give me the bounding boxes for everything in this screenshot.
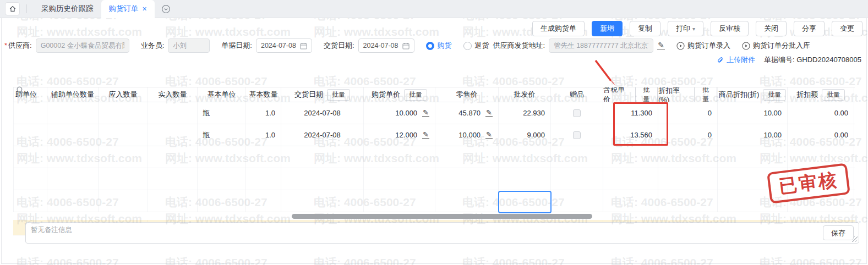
salesman-input[interactable] [168, 38, 210, 53]
table-cell[interactable] [99, 102, 148, 124]
items-table: 助单位辅助单位数量应入数量实入数量基本单位基本数量交货日期批量购货单价批量零售价… [13, 87, 855, 235]
save-button[interactable]: 保存 [823, 225, 854, 240]
focused-cell-outline[interactable] [498, 191, 552, 213]
table-cell[interactable]: 10.000✎ [364, 102, 435, 124]
edit-pencil-icon[interactable]: ✎ [422, 131, 429, 139]
change-button[interactable]: 变更 [832, 21, 862, 36]
table-cell[interactable]: 瓶 [198, 102, 246, 124]
batch-button[interactable]: 批量 [822, 89, 845, 101]
table-cell[interactable]: 0 [658, 102, 718, 124]
scrollbar-thumb[interactable] [292, 214, 592, 219]
table-cell [198, 146, 246, 168]
column-header: 折扣额批量 [788, 87, 854, 102]
close-button[interactable]: 关闭 [756, 21, 787, 36]
table-cell[interactable] [551, 124, 603, 146]
table-cell [281, 146, 364, 168]
table-cell [198, 168, 246, 190]
copy-button[interactable]: 复制 [630, 21, 660, 36]
ship-address-input[interactable] [549, 38, 653, 53]
gift-checkbox[interactable] [573, 109, 581, 117]
chevron-down-circle-icon[interactable] [161, 4, 171, 14]
home-button[interactable] [5, 2, 20, 15]
table-cell[interactable]: 0 [658, 124, 718, 146]
column-header: 商品折扣(折)批量 [718, 87, 788, 102]
batch-button[interactable]: 批量 [327, 89, 350, 101]
purchase-order-entry-link[interactable]: 购货订单录入 [676, 41, 730, 51]
table-cell[interactable] [148, 102, 198, 124]
tab-purchase-order[interactable]: 购货订单 × [101, 0, 155, 18]
table-cell[interactable] [13, 102, 47, 124]
table-cell[interactable]: 10.000✎ [435, 124, 499, 146]
table-cell[interactable] [148, 124, 198, 146]
share-button[interactable]: 分享 [794, 21, 825, 36]
table-cell [658, 190, 718, 212]
table-cell [435, 168, 499, 190]
table-cell [148, 168, 198, 190]
divider [26, 4, 27, 13]
table-cell[interactable]: 13.560 [603, 124, 658, 146]
upload-attachment-link[interactable]: 上传附件 [717, 55, 755, 65]
reverse-audit-button[interactable]: 反审核 [711, 21, 749, 36]
table-cell[interactable]: 1.0 [246, 102, 281, 124]
table-cell [13, 168, 47, 190]
batch-button[interactable]: 批量 [694, 87, 717, 102]
table-cell[interactable]: 0.00 [788, 102, 854, 124]
close-icon[interactable]: × [143, 5, 147, 13]
table-cell[interactable]: 2024-07-08 [281, 102, 364, 124]
table-cell [148, 190, 198, 212]
table-cell[interactable]: 22.930 [499, 102, 551, 124]
required-asterisk: * [4, 41, 7, 49]
edit-pencil-icon[interactable]: ✎ [485, 109, 493, 117]
generate-purchase-order-button[interactable]: 生成购货单 [532, 21, 585, 36]
table-cell[interactable] [551, 102, 603, 124]
column-header: 辅助单位数量 [47, 87, 99, 102]
ship-address-label: 供应商发货地址: [493, 41, 545, 51]
column-header: 批发价 [499, 87, 551, 102]
supplier-input[interactable] [36, 38, 129, 53]
table-cell[interactable]: 10.00 [718, 102, 788, 124]
table-cell [364, 168, 435, 190]
order-date-value: 2024-07-08 [261, 42, 296, 49]
table-cell[interactable]: 10.00 [718, 124, 788, 146]
table-cell [246, 146, 281, 168]
radio-checked-icon [426, 42, 434, 50]
table-cell[interactable]: 45.870✎ [435, 102, 499, 124]
remarks-box[interactable]: 暂无备注信息 保存 [25, 222, 859, 244]
table-cell[interactable]: 11.300 [603, 102, 658, 124]
toolbar: 生成购货单新增复制打印▾反审核关闭分享变更 [532, 21, 862, 36]
table-cell[interactable]: 2024-07-08 [281, 124, 364, 146]
table-cell[interactable]: 0.00 [788, 124, 854, 146]
purchase-order-batch-inbound-link[interactable]: 购货订单分批入库 [742, 41, 810, 51]
radio-unchecked-icon [463, 42, 472, 50]
delivery-date-input[interactable]: 2024-07-08 [358, 38, 414, 53]
gift-checkbox[interactable] [573, 131, 581, 139]
radio-return[interactable]: 退货 [463, 41, 489, 51]
edit-address-pencil-icon[interactable]: ✎ [657, 42, 665, 49]
radio-purchase[interactable]: 购货 [426, 41, 452, 51]
radio-return-label: 退货 [475, 41, 489, 51]
tab-purchase-history-price[interactable]: 采购历史价跟踪 [34, 0, 101, 18]
print-button[interactable]: 打印▾ [668, 21, 703, 36]
table-cell[interactable] [47, 102, 99, 124]
order-date-input[interactable]: 2024-07-08 [256, 38, 312, 53]
table-cell[interactable]: 瓶 [198, 124, 246, 146]
batch-button[interactable]: 批量 [404, 89, 427, 101]
caret-down-icon: ▾ [692, 26, 695, 32]
table-cell[interactable]: 1.0 [246, 124, 281, 146]
doc-row: 上传附件 单据编号: GHDD20240708005 [717, 55, 861, 65]
table-cell[interactable] [13, 124, 47, 146]
table-cell[interactable]: 9.000 [499, 124, 551, 146]
table-cell [499, 168, 551, 190]
supplier-label: *供应商: [4, 41, 32, 51]
table-cell[interactable] [99, 124, 148, 146]
batch-button[interactable]: 批量 [763, 89, 786, 101]
table-row: 瓶1.02024-07-0812.000✎10.000✎9.00013.5600… [13, 124, 855, 146]
edit-pencil-icon[interactable]: ✎ [485, 131, 493, 139]
column-header: 零售价 [435, 87, 499, 102]
edit-pencil-icon[interactable]: ✎ [422, 109, 429, 117]
table-cell[interactable] [47, 124, 99, 146]
table-cell[interactable]: 12.000✎ [364, 124, 435, 146]
add-new-button[interactable]: 新增 [592, 21, 623, 36]
batch-button[interactable]: 批量 [635, 87, 658, 102]
table-cell [658, 168, 718, 190]
